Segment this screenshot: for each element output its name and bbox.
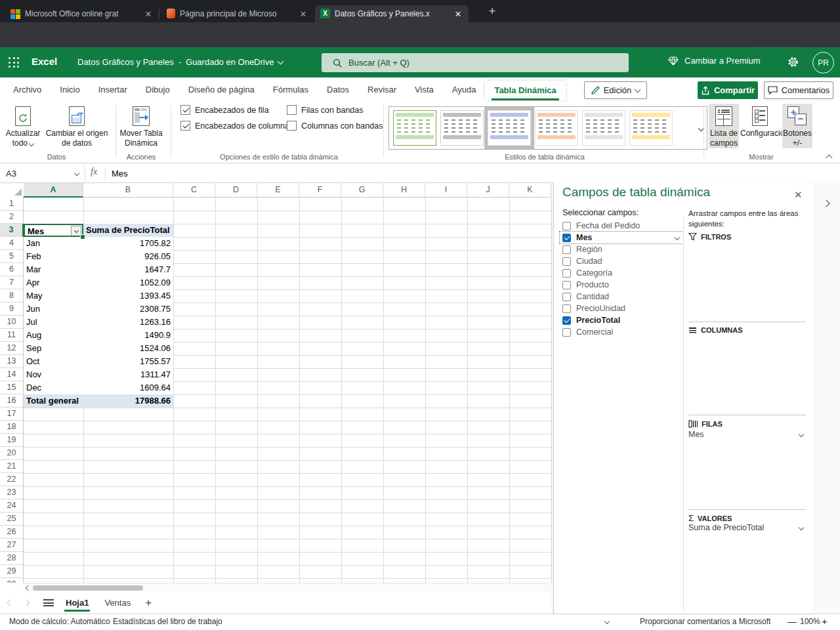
cell-A11[interactable]: Aug — [24, 329, 83, 342]
select-all-corner[interactable] — [0, 183, 24, 198]
gallery-more-button[interactable] — [696, 106, 707, 150]
row-header-19[interactable]: 19 — [0, 434, 24, 447]
ribbon-tab-dise-o-de-p-gina[interactable]: Diseño de página — [179, 79, 264, 100]
col-header-I[interactable]: I — [425, 183, 467, 198]
col-header-E[interactable]: E — [257, 183, 299, 198]
row-header-7[interactable]: 7 — [0, 276, 24, 289]
cell-B3[interactable]: Suma de PrecioTotal — [83, 224, 173, 237]
col-header-A[interactable]: A — [24, 183, 83, 198]
field-item-producto[interactable]: Producto — [560, 279, 683, 291]
share-button[interactable]: Compartir — [698, 81, 758, 99]
checkbox-icon[interactable] — [287, 105, 297, 115]
row-header-3[interactable]: 3 — [0, 224, 24, 237]
cell-A15[interactable]: Dec — [24, 381, 83, 394]
row-header-1[interactable]: 1 — [0, 198, 24, 211]
status-options-icon[interactable] — [604, 619, 610, 624]
row-header-10[interactable]: 10 — [0, 316, 24, 329]
cell-B6[interactable]: 1647.7 — [83, 263, 173, 276]
scroll-left-icon[interactable] — [26, 585, 31, 591]
new-tab-button[interactable]: + — [483, 4, 501, 20]
pivot-style-gray[interactable] — [440, 110, 484, 146]
name-box[interactable]: A3 — [0, 165, 85, 182]
row-header-18[interactable]: 18 — [0, 421, 24, 434]
row-header-14[interactable]: 14 — [0, 368, 24, 381]
row-header-25[interactable]: 25 — [0, 513, 24, 526]
field-item-preciototal[interactable]: PrecioTotal — [560, 314, 683, 326]
col-header-B[interactable]: B — [83, 183, 173, 198]
cell-B8[interactable]: 1393.45 — [83, 289, 173, 303]
app-launcher-icon[interactable] — [9, 57, 20, 68]
ribbon-tab-inicio[interactable]: Inicio — [51, 79, 89, 100]
refresh-all-button[interactable]: Actualizar todo — [4, 104, 42, 148]
expand-pane-icon[interactable] — [822, 200, 830, 207]
row-header-15[interactable]: 15 — [0, 381, 24, 394]
cell-A3[interactable]: Mes — [24, 224, 83, 237]
cell-A8[interactable]: May — [24, 289, 83, 303]
cell-A7[interactable]: Apr — [24, 276, 83, 289]
field-checkbox[interactable] — [562, 304, 571, 313]
zoom-in-icon[interactable]: + — [822, 614, 828, 629]
field-item-cantidad[interactable]: Cantidad — [560, 291, 683, 303]
editing-mode-button[interactable]: Edición — [584, 81, 647, 99]
field-item-preciounidad[interactable]: PrecioUnidad — [560, 303, 683, 314]
field-checkbox[interactable] — [562, 281, 571, 289]
row-header-27[interactable]: 27 — [0, 539, 24, 552]
field-item-mes[interactable]: Mes — [560, 232, 683, 243]
row-header-9[interactable]: 9 — [0, 303, 24, 316]
field-checkbox[interactable] — [562, 316, 571, 325]
cell-B9[interactable]: 2308.75 — [83, 303, 173, 316]
row-header-23[interactable]: 23 — [0, 486, 24, 499]
pivot-style-peach[interactable] — [535, 110, 578, 146]
formula-input[interactable]: Mes — [112, 165, 128, 182]
cell-B11[interactable]: 1490.9 — [83, 329, 173, 342]
row-header-22[interactable]: 22 — [0, 473, 24, 486]
cell-B12[interactable]: 1524.06 — [83, 342, 173, 355]
close-tab-icon[interactable]: ✕ — [453, 9, 463, 19]
cell-A10[interactable]: Jul — [24, 316, 83, 329]
comments-button[interactable]: Comentarios — [764, 81, 833, 99]
row-header-2[interactable]: 2 — [0, 211, 24, 224]
col-header-F[interactable]: F — [299, 183, 341, 198]
col-header-K[interactable]: K — [509, 183, 551, 198]
col-header-J[interactable]: J — [467, 183, 509, 198]
checkbox-icon[interactable] — [180, 105, 190, 115]
row-header-5[interactable]: 5 — [0, 250, 24, 263]
style-option-filas-con-bandas[interactable]: Filas con bandas — [287, 105, 364, 115]
field-checkbox[interactable] — [562, 328, 571, 337]
plus-minus-buttons-button[interactable]: + − Botones +/- — [782, 104, 812, 148]
chevron-down-icon[interactable] — [675, 235, 680, 240]
col-header-D[interactable]: D — [215, 183, 257, 198]
ribbon-tab-ayuda[interactable]: Ayuda — [443, 79, 486, 100]
workbook-stats-button[interactable]: Estadísticas del libro de trabajo — [113, 614, 222, 629]
field-checkbox[interactable] — [562, 293, 571, 301]
rows-area-item[interactable]: Mes — [688, 430, 806, 439]
cell-B16[interactable]: 17988.66 — [83, 394, 173, 408]
style-option-encabezados-de-columna[interactable]: Encabezados de columna — [180, 121, 289, 131]
row-header-28[interactable]: 28 — [0, 552, 24, 565]
cell-A14[interactable]: Nov — [24, 368, 83, 381]
row-header-30[interactable]: 30 — [0, 578, 24, 583]
cell-A5[interactable]: Feb — [24, 250, 83, 263]
field-checkbox[interactable] — [562, 269, 571, 278]
row-header-8[interactable]: 8 — [0, 289, 24, 303]
feedback-link[interactable]: Proporcionar comentarios a Microsoft — [640, 614, 770, 629]
pivot-style-green[interactable] — [393, 110, 436, 146]
row-header-20[interactable]: 20 — [0, 447, 24, 460]
field-checkbox[interactable] — [562, 234, 571, 242]
ribbon-tab-tabla-din-mica[interactable]: Tabla Dinámica — [485, 81, 565, 100]
cell-B4[interactable]: 1705.82 — [83, 237, 173, 250]
style-option-columnas-con-bandas[interactable]: Columnas con bandas — [287, 121, 383, 131]
cell-B7[interactable]: 1052.09 — [83, 276, 173, 289]
sheet-tab-ventas[interactable]: Ventas — [104, 592, 131, 614]
sheet-tab-hoja1[interactable]: Hoja1 — [66, 592, 89, 614]
row-header-26[interactable]: 26 — [0, 526, 24, 539]
col-header-G[interactable]: G — [341, 183, 383, 198]
browser-tab[interactable]: Microsoft Office online grat✕ — [5, 5, 159, 22]
account-avatar[interactable]: PR — [812, 52, 834, 74]
row-header-24[interactable]: 24 — [0, 499, 24, 513]
cell-B10[interactable]: 1263.16 — [83, 316, 173, 329]
fx-icon[interactable]: fx — [91, 167, 97, 177]
row-header-6[interactable]: 6 — [0, 263, 24, 276]
ribbon-tab-dibujo[interactable]: Dibujo — [136, 79, 179, 100]
ribbon-tab-insertar[interactable]: Insertar — [89, 79, 136, 100]
